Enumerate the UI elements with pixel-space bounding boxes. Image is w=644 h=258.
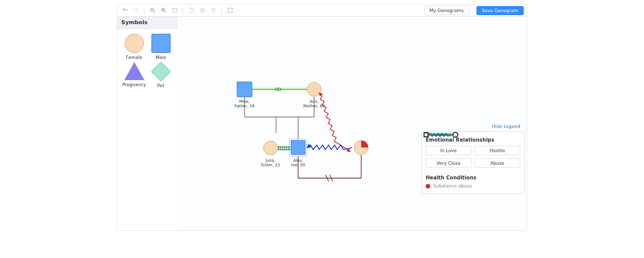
svg-line-1 [153, 11, 155, 13]
node-label: Sister, 15 [261, 163, 280, 167]
symbol-label: Male [155, 55, 166, 60]
legend-health-label: Substance abuse [433, 183, 472, 188]
legend-section-title: Health Conditions [426, 175, 520, 180]
svg-point-23 [264, 141, 278, 155]
paste-icon[interactable] [187, 6, 196, 15]
my-genograms-label: My Genograms [430, 8, 464, 13]
pet-icon [151, 61, 171, 82]
symbol-label: Female [126, 55, 142, 60]
legend-panel: Hide Legend Emotional Relationships In L… [421, 132, 525, 194]
save-label: Save Genogram [482, 8, 518, 13]
node-mike[interactable]: Mike, Father, 59 [234, 82, 255, 108]
copy-icon[interactable] [198, 6, 207, 15]
svg-rect-33 [291, 141, 305, 155]
node-julia[interactable]: Julia, Sister, 15 [261, 141, 280, 167]
undo-icon[interactable] [120, 6, 129, 15]
svg-line-4 [165, 11, 166, 13]
node-label: Mother, 60 [303, 104, 325, 108]
my-genograms-button[interactable]: My Genograms [424, 6, 469, 15]
symbol-male[interactable]: Male [149, 34, 173, 60]
legend-card-label: In Love [440, 148, 456, 153]
symbol-label: Pregnancy [122, 82, 146, 87]
app-window: My Genograms Save Genogram Symbols Femal… [117, 4, 527, 231]
toolbar: My Genograms Save Genogram [117, 5, 527, 17]
svg-point-63 [453, 133, 457, 137]
relation-divorced[interactable] [298, 155, 361, 181]
zoom-in-icon[interactable] [159, 6, 168, 15]
legend-card-inlove[interactable]: In Love [426, 146, 471, 155]
node-label: Ann, [309, 99, 318, 104]
sidebar-title: Symbols [117, 17, 178, 29]
hide-legend-link[interactable]: Hide Legend [492, 124, 520, 129]
legend-health-item: Substance abuse [426, 183, 520, 188]
symbols-sidebar: Symbols Female Male Pregnancy Pet [117, 17, 178, 93]
female-icon [125, 34, 144, 53]
symbol-pet[interactable]: Pet [149, 62, 173, 88]
male-icon [151, 34, 171, 53]
editor-canvas[interactable]: Mike, Father, 59 Ann, Mother, 60 [178, 17, 527, 230]
redo-icon[interactable] [131, 6, 140, 15]
health-dot-icon [426, 184, 430, 188]
svg-rect-10 [201, 9, 204, 12]
pregnancy-icon [124, 62, 144, 80]
symbol-label: Pet [157, 83, 165, 88]
legend-card-label: Abuse [491, 161, 505, 166]
symbol-pregnancy[interactable]: Pregnancy [122, 62, 146, 88]
legend-card-abuse[interactable]: Abuse [474, 158, 520, 168]
legend-card-hostile[interactable]: Hostile [474, 146, 520, 155]
genogram-diagram: Mike, Father, 59 Ann, Mother, 60 [178, 17, 527, 230]
svg-rect-7 [173, 9, 177, 13]
node-label: Father, 59 [234, 104, 255, 108]
symbol-female[interactable]: Female [122, 34, 146, 60]
relation-hostile[interactable] [319, 93, 350, 151]
relation-abuse[interactable] [307, 145, 352, 150]
svg-rect-11 [200, 9, 203, 12]
node-label: Mike, [239, 99, 250, 104]
svg-point-22 [307, 82, 321, 96]
legend-card-label: Very Close [437, 161, 460, 166]
select-area-icon[interactable] [170, 6, 179, 15]
legend-card-veryclose[interactable]: Very Close [426, 158, 471, 168]
svg-rect-21 [237, 82, 252, 97]
delete-icon[interactable] [209, 6, 218, 15]
legend-card-label: Hostile [490, 148, 505, 153]
node-partner[interactable] [354, 141, 368, 155]
fullscreen-icon[interactable] [225, 6, 234, 15]
svg-rect-62 [424, 133, 428, 137]
relation-very-close[interactable] [278, 146, 291, 151]
zoom-out-icon[interactable] [148, 6, 157, 15]
save-button[interactable]: Save Genogram [476, 6, 524, 15]
node-label: Julia, [265, 158, 275, 163]
